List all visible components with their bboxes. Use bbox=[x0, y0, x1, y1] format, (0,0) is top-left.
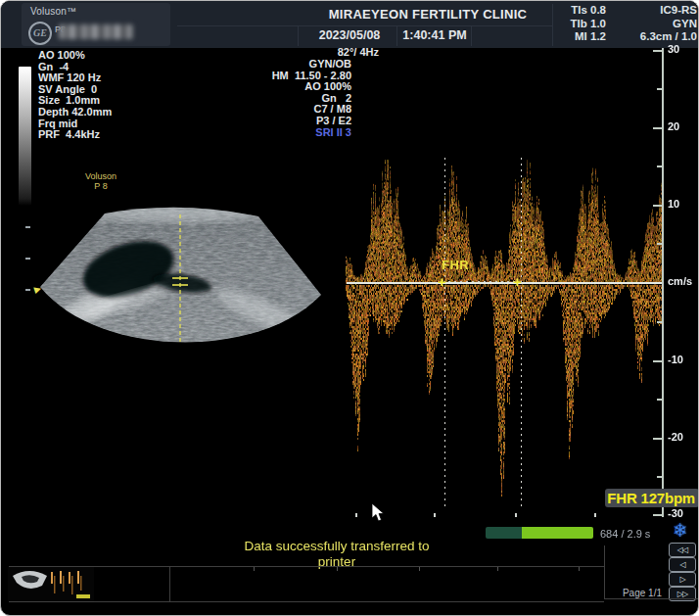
cine-fast-backward-button[interactable]: ◁◁ bbox=[669, 543, 696, 557]
bmode-param-line: PRF 4.4kHz bbox=[38, 129, 112, 141]
ultrasound-screen: Voluson™ GE P8 MIRAEYEON FERTILITY CLINI… bbox=[0, 0, 699, 616]
fhr-caliper-line[interactable] bbox=[444, 158, 445, 510]
scale-axis-line bbox=[662, 48, 664, 517]
patient-name-redacted bbox=[59, 24, 133, 39]
time-tick bbox=[355, 513, 357, 517]
scale-tick bbox=[653, 205, 662, 207]
freeze-snowflake-icon[interactable]: ❄ bbox=[673, 519, 688, 542]
fhr-caliper-line[interactable] bbox=[521, 158, 522, 510]
caliper-cross[interactable]: + bbox=[513, 274, 522, 289]
scale-label: 30 bbox=[668, 43, 679, 55]
cine-progress-elapsed bbox=[486, 527, 522, 539]
mi-readout: MI 1.2 bbox=[545, 30, 606, 44]
time-tick bbox=[594, 513, 596, 517]
tib-readout: TIb 1.0 bbox=[545, 18, 606, 31]
near-field-echo bbox=[84, 203, 270, 222]
bmode-image bbox=[30, 167, 334, 359]
bmode-parameter-list: AO 100% Gn -4 WMF 120 Hz SV Angle 0 Size… bbox=[38, 50, 112, 141]
sri-setting: SRI II 3 bbox=[209, 127, 351, 139]
ge-logo-icon: GE bbox=[28, 22, 52, 45]
exam-date: 2023/05/08 bbox=[301, 28, 398, 42]
time-tick bbox=[434, 513, 436, 517]
fhr-caliper-label: FHR bbox=[442, 258, 469, 272]
clinic-name: MIRAEYEON FERTILITY CLINIC bbox=[281, 7, 575, 22]
panel-divider bbox=[604, 598, 698, 599]
cine-progress-remaining bbox=[522, 527, 593, 539]
scale-tick bbox=[657, 166, 662, 167]
cine-frame-counter: 684 / 2.9 s bbox=[600, 528, 650, 540]
scale-tick bbox=[657, 88, 662, 90]
scale-tick bbox=[657, 399, 662, 401]
mouse-cursor bbox=[371, 502, 387, 524]
bmode-param-line: AO 100% bbox=[38, 50, 112, 62]
scale-label: cm/s bbox=[668, 275, 692, 287]
scale-tick bbox=[657, 321, 662, 323]
thumbnail-label bbox=[76, 594, 90, 598]
clip-slot-tick bbox=[419, 567, 420, 571]
probe-info-block: IC9-RS GYN 6.3cm / 1.0 bbox=[610, 4, 697, 44]
brand-panel: Voluson™ GE P8 bbox=[22, 3, 170, 46]
scale-label: -20 bbox=[668, 431, 683, 443]
scale-tick bbox=[657, 243, 662, 245]
clip-slot-tick bbox=[254, 567, 255, 571]
probe-name: IC9-RS bbox=[610, 4, 697, 18]
scale-tick bbox=[653, 50, 662, 52]
acoustic-output-block: TIs 0.8 TIb 1.0 MI 1.2 bbox=[545, 4, 606, 44]
time-tick bbox=[515, 513, 517, 517]
clip-strip-border bbox=[9, 566, 604, 567]
scale-label: 20 bbox=[668, 120, 679, 132]
doppler-baseline bbox=[347, 282, 662, 284]
clip-strip-border bbox=[9, 601, 604, 602]
doppler-spectrum-canvas bbox=[346, 160, 663, 514]
page-indicator: Page 1/1 bbox=[618, 588, 662, 598]
bmode-param-line: Depth 42.0mm bbox=[38, 107, 112, 118]
brand-name: Voluson™ bbox=[30, 6, 76, 17]
header-divider bbox=[298, 26, 299, 46]
doppler-frame-info: 82°/ 4Hz bbox=[236, 47, 379, 59]
scale-label: -10 bbox=[668, 354, 683, 365]
page: Voluson™ GE P8 MIRAEYEON FERTILITY CLINI… bbox=[0, 0, 699, 616]
doppler-param-line: GYN/OB bbox=[209, 59, 351, 71]
probe-depth-freq: 6.3cm / 1.0 bbox=[610, 30, 697, 44]
scale-label: -30 bbox=[668, 507, 683, 519]
clip-slot-tick bbox=[337, 567, 338, 571]
scale-tick bbox=[657, 476, 662, 478]
scale-tick bbox=[653, 438, 662, 440]
caliper-connector bbox=[448, 281, 515, 282]
scale-tick bbox=[653, 514, 662, 516]
clip-strip-divider bbox=[169, 566, 170, 602]
cine-progress-bar[interactable] bbox=[486, 527, 593, 539]
doppler-param-line: P3 / E2 bbox=[209, 116, 351, 127]
caliper-cross[interactable]: + bbox=[438, 274, 446, 289]
probe-preset: GYN bbox=[610, 18, 697, 31]
doppler-parameter-list: GYN/OB HM 11.50 - 2.80 AO 100% Gn 2 C7 /… bbox=[209, 59, 351, 138]
clip-slot-tick bbox=[579, 567, 580, 571]
tis-readout: TIs 0.8 bbox=[545, 4, 606, 18]
cine-step-backward-button[interactable]: ◁ bbox=[669, 557, 696, 572]
header-divider bbox=[177, 25, 552, 26]
clip-slot-tick bbox=[497, 567, 498, 571]
scale-tick bbox=[653, 360, 662, 362]
cine-step-forward-button[interactable]: ▷ bbox=[669, 572, 696, 587]
status-message: Data successfully transferred to printer bbox=[175, 539, 498, 569]
clip-thumbnail[interactable] bbox=[8, 567, 94, 601]
scale-label: 10 bbox=[668, 198, 679, 210]
scale-tick bbox=[653, 127, 662, 129]
panel-divider bbox=[604, 545, 605, 599]
exam-time: 1:40:41 PM bbox=[386, 28, 484, 42]
fhr-result-badge: FHR 127bpm bbox=[605, 489, 699, 507]
